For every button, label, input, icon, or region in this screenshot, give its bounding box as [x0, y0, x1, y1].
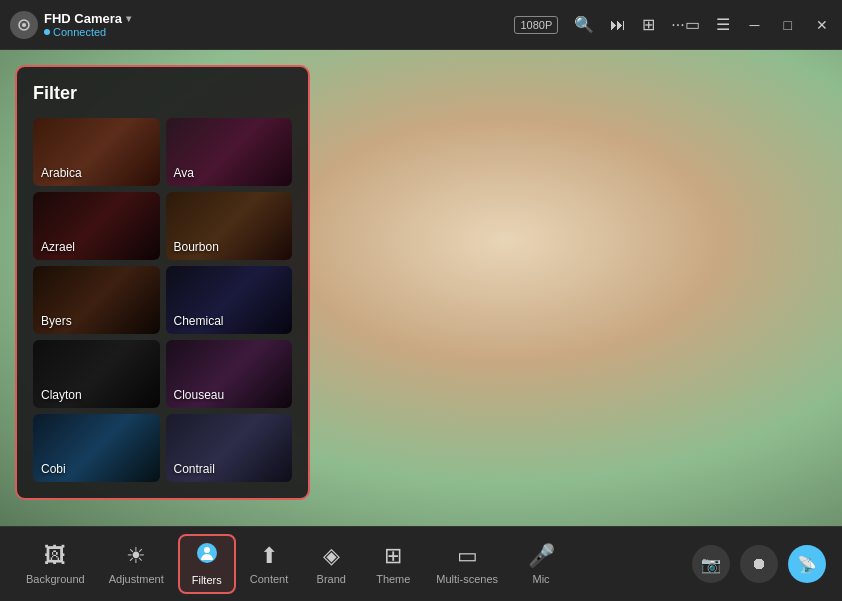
status-dot	[44, 29, 50, 35]
multi-scenes-icon: ▭	[457, 543, 478, 569]
toolbar-item-adjustment[interactable]: ☀ Adjustment	[99, 537, 174, 591]
camera-feed: Filter Arabica Ava Azrael Bourbon	[0, 50, 842, 526]
connection-status: Connected	[44, 26, 131, 38]
toolbar-item-filters[interactable]: Filters	[178, 534, 236, 594]
chevron-icon: ▾	[126, 13, 131, 24]
toolbar-item-multi-scenes[interactable]: ▭ Multi-scenes	[426, 537, 508, 591]
more-icon[interactable]: ···	[671, 16, 684, 34]
filter-chemical[interactable]: Chemical	[166, 266, 293, 334]
filter-clayton[interactable]: Clayton	[33, 340, 160, 408]
background-icon: 🖼	[44, 543, 66, 569]
titlebar-left: FHD Camera ▾ Connected	[10, 11, 514, 39]
live-button[interactable]: 📡	[788, 545, 826, 583]
main-area: Filter Arabica Ava Azrael Bourbon	[0, 50, 842, 526]
app-title: FHD Camera ▾	[44, 11, 131, 26]
filter-azrael[interactable]: Azrael	[33, 192, 160, 260]
brand-icon: ◈	[323, 543, 340, 569]
titlebar: FHD Camera ▾ Connected 1080P 🔍 ⏭ ⊞ ··· ▭…	[0, 0, 842, 50]
camera-snap-button[interactable]: 📷	[692, 545, 730, 583]
filter-cobi[interactable]: Cobi	[33, 414, 160, 482]
filters-icon	[196, 542, 218, 570]
toolbar: 🖼 Background ☀ Adjustment Filters ⬆ Cont…	[0, 526, 842, 601]
layout-icon[interactable]: ⊞	[642, 15, 655, 34]
record-button[interactable]: ⏺	[740, 545, 778, 583]
filter-byers[interactable]: Byers	[33, 266, 160, 334]
skip-icon[interactable]: ⏭	[610, 16, 626, 34]
svg-point-3	[204, 547, 210, 553]
camera-icon: 📷	[701, 555, 721, 574]
zoom-icon[interactable]: 🔍	[574, 15, 594, 34]
filter-bourbon[interactable]: Bourbon	[166, 192, 293, 260]
menu-icon[interactable]: ☰	[716, 15, 730, 34]
filter-contrail[interactable]: Contrail	[166, 414, 293, 482]
live-icon: 📡	[797, 555, 817, 574]
minimize-button[interactable]: ─	[746, 15, 764, 35]
content-icon: ⬆	[260, 543, 278, 569]
filter-ava[interactable]: Ava	[166, 118, 293, 186]
toolbar-item-theme[interactable]: ⊞ Theme	[364, 537, 422, 591]
close-button[interactable]: ✕	[812, 15, 832, 35]
filter-arabica[interactable]: Arabica	[33, 118, 160, 186]
toolbar-items: 🖼 Background ☀ Adjustment Filters ⬆ Cont…	[16, 534, 570, 594]
filter-panel: Filter Arabica Ava Azrael Bourbon	[15, 65, 310, 500]
maximize-button[interactable]: □	[780, 15, 796, 35]
toolbar-right: 📷 ⏺ 📡	[692, 545, 826, 583]
mic-icon: 🎤	[528, 543, 555, 569]
toolbar-item-brand[interactable]: ◈ Brand	[302, 537, 360, 591]
toolbar-item-mic[interactable]: 🎤 Mic	[512, 537, 570, 591]
titlebar-center: 1080P 🔍 ⏭ ⊞ ···	[514, 15, 684, 34]
svg-point-1	[22, 23, 26, 27]
toolbar-item-background[interactable]: 🖼 Background	[16, 537, 95, 591]
record-icon: ⏺	[751, 555, 767, 573]
resolution-badge[interactable]: 1080P	[514, 16, 558, 34]
display-icon[interactable]: ▭	[685, 15, 700, 34]
titlebar-right: ▭ ☰ ─ □ ✕	[685, 15, 832, 35]
filter-clouseau[interactable]: Clouseau	[166, 340, 293, 408]
filter-grid: Arabica Ava Azrael Bourbon Byers	[33, 118, 292, 482]
filter-panel-title: Filter	[33, 83, 292, 104]
theme-icon: ⊞	[384, 543, 402, 569]
toolbar-item-content[interactable]: ⬆ Content	[240, 537, 299, 591]
app-title-group: FHD Camera ▾ Connected	[44, 11, 131, 38]
app-icon	[10, 11, 38, 39]
adjustment-icon: ☀	[126, 543, 146, 569]
